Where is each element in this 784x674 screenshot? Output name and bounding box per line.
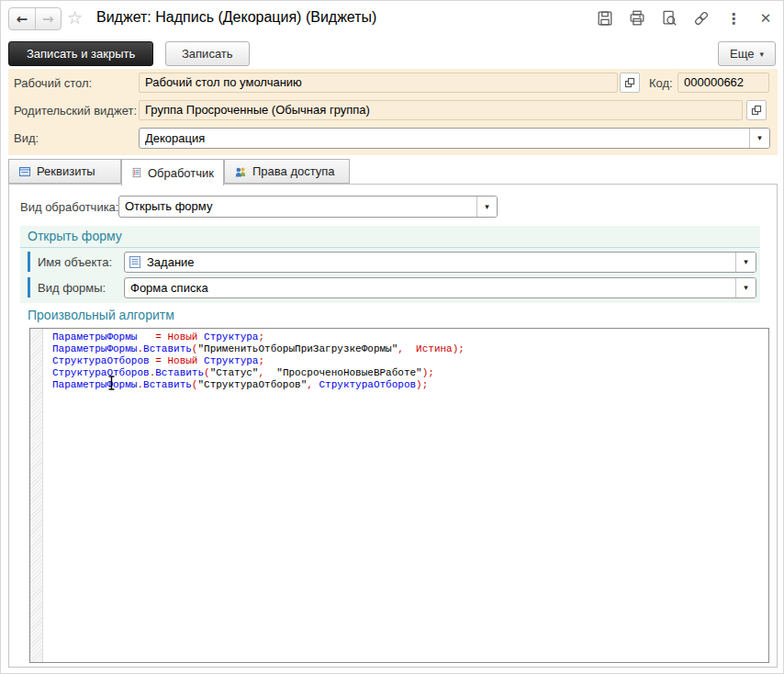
widget-editor-window: ← → ☆ Виджет: Надпись (Декорация) (Видже…: [0, 0, 784, 674]
more-actions-button[interactable]: Еще ▾: [718, 41, 776, 66]
back-button[interactable]: ←: [9, 8, 36, 29]
handler-tab-panel: Вид обработчика: Открыть форму ▾ Открыть…: [8, 184, 778, 668]
object-name-label: Имя объекта:: [38, 255, 112, 269]
open-in-window-icon: [751, 105, 762, 116]
code-line: ПараметрыФормы = Новый Структура;: [52, 331, 765, 343]
form-kind-combobox[interactable]: Форма списка ▾: [124, 277, 756, 298]
handler-kind-value: Открыть форму: [125, 197, 475, 217]
forward-button[interactable]: →: [36, 8, 62, 29]
required-accent-bar: [28, 277, 30, 298]
code-field[interactable]: 000000662: [678, 73, 769, 93]
preview-icon[interactable]: [659, 8, 679, 28]
print-icon[interactable]: [627, 8, 647, 28]
chevron-down-icon: ▾: [485, 197, 489, 217]
parent-widget-open-button[interactable]: [746, 100, 767, 120]
tab-handler-label: Обработчик: [148, 166, 214, 180]
close-icon[interactable]: ✕: [756, 8, 776, 28]
form-kind-dropdown-button[interactable]: ▾: [735, 278, 756, 298]
chevron-down-icon: ▾: [759, 50, 764, 59]
tab-access-rights-label: Права доступа: [252, 164, 335, 178]
more-menu-icon[interactable]: ⋮: [723, 8, 744, 28]
history-nav-group: ← →: [8, 7, 62, 30]
object-name-combobox[interactable]: Задание ▾: [124, 252, 756, 273]
kind-dropdown-button[interactable]: ▾: [749, 129, 769, 148]
back-arrow-icon: ←: [16, 11, 28, 28]
parent-widget-field[interactable]: Группа Просроченные (Обычная группа): [139, 100, 743, 120]
algorithm-section-title: Произвольный алгоритм: [28, 308, 174, 322]
object-name-value: Задание: [147, 253, 734, 272]
handler-kind-dropdown-button[interactable]: ▾: [476, 197, 497, 217]
page-title: Виджет: Надпись (Декорация) (Виджеты): [96, 9, 376, 26]
save-icon[interactable]: [595, 8, 615, 28]
required-accent-bar: [28, 252, 30, 272]
forward-arrow-icon: →: [42, 11, 54, 28]
code-editor[interactable]: ПараметрыФормы = Новый Структура;Парамет…: [29, 328, 769, 663]
handler-icon: [131, 166, 142, 179]
code-line: ПараметрыФормы.Вставить("СтруктураОтборо…: [52, 379, 765, 391]
form-kind-value: Форма списка: [130, 278, 734, 298]
title-bar: ← → ☆ Виджет: Надпись (Декорация) (Видже…: [1, 1, 783, 36]
header-fields-group: Рабочий стол: Рабочий стол по умолчанию …: [8, 69, 778, 155]
kind-label: Вид:: [14, 131, 39, 145]
kind-value: Декорация: [145, 129, 747, 148]
more-actions-label: Еще: [730, 47, 754, 61]
open-in-window-icon: [624, 77, 635, 88]
chevron-down-icon: ▾: [744, 278, 748, 298]
save-and-close-button[interactable]: Записать и закрыть: [8, 41, 153, 66]
code-line: СтруктураОтборов.Вставить("Статус", "Про…: [52, 367, 765, 379]
tab-attributes-label: Реквизиты: [37, 164, 95, 178]
desktop-open-button[interactable]: [620, 73, 640, 93]
code-gutter: [30, 329, 43, 662]
kind-combobox[interactable]: Декорация ▾: [139, 128, 770, 149]
desktop-field[interactable]: Рабочий стол по умолчанию: [139, 73, 618, 93]
parent-widget-label: Родительский виджет:: [14, 104, 137, 118]
tab-attributes[interactable]: Реквизиты: [8, 159, 121, 184]
code-label: Код:: [649, 76, 673, 90]
chevron-down-icon: ▾: [744, 253, 748, 272]
access-rights-icon: [234, 165, 247, 178]
text-cursor-icon: [107, 376, 116, 390]
favorite-star-icon[interactable]: ☆: [67, 7, 83, 28]
open-form-section: Открыть форму Имя объекта: Задание ▾ Вид…: [20, 226, 760, 303]
code-line: СтруктураОтборов = Новый Структура;: [52, 355, 765, 367]
tab-handler[interactable]: Обработчик: [121, 159, 224, 185]
window-toolbar: ⋮ ✕: [595, 7, 776, 29]
handler-kind-combobox[interactable]: Открыть форму ▾: [118, 196, 498, 218]
form-kind-label: Вид формы:: [38, 281, 106, 295]
link-icon[interactable]: [691, 8, 711, 28]
handler-kind-label: Вид обработчика:: [20, 200, 118, 214]
attributes-icon: [18, 165, 31, 178]
code-line: ПараметрыФормы.Вставить("ПрименитьОтборы…: [52, 343, 765, 355]
code-lines[interactable]: ПараметрыФормы = Новый Структура;Парамет…: [44, 329, 768, 662]
save-button[interactable]: Записать: [165, 41, 250, 66]
object-name-dropdown-button[interactable]: ▾: [735, 253, 756, 272]
tab-access-rights[interactable]: Права доступа: [224, 159, 350, 184]
open-form-section-title: Открыть форму: [28, 229, 122, 243]
desktop-label: Рабочий стол:: [14, 76, 92, 90]
section-divider: [20, 247, 760, 248]
document-icon: [129, 255, 141, 269]
chevron-down-icon: ▾: [757, 129, 762, 148]
